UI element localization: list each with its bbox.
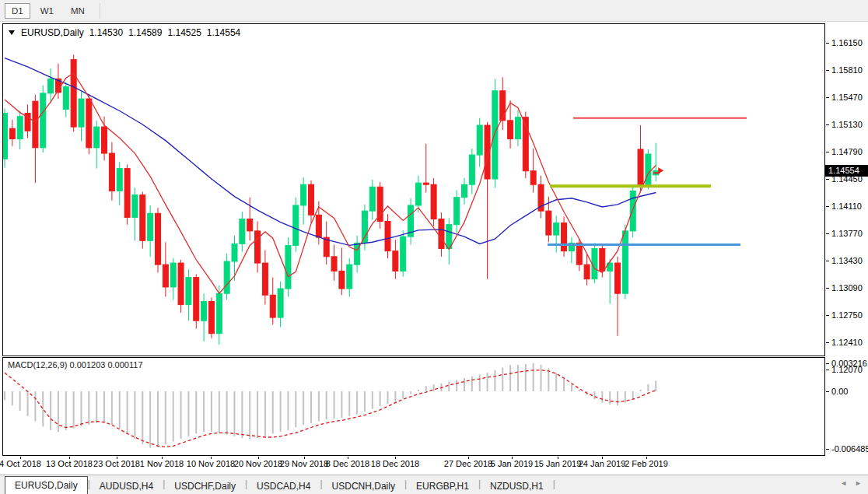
date-tick-mark — [468, 457, 469, 459]
bear-candle — [584, 265, 590, 279]
bull-candle — [469, 155, 474, 184]
bull-candle — [285, 245, 291, 289]
bull-candle — [301, 184, 306, 205]
price-tick-mark — [826, 370, 829, 370]
price-tick-mark — [826, 261, 829, 261]
chevron-down-icon[interactable] — [9, 30, 15, 35]
tab-separator: | — [553, 478, 555, 491]
tab-scroll-arrows: ◄ ► — [840, 479, 862, 487]
main-chart-panel[interactable] — [2, 23, 825, 356]
bull-candle — [224, 261, 229, 293]
macd-signal-line — [5, 370, 656, 447]
bear-candle — [194, 278, 199, 321]
tab-eurgbp[interactable]: EURGBP,H1 — [407, 478, 478, 494]
bear-candle — [393, 251, 398, 272]
price-tick-mark — [826, 179, 829, 180]
macd-panel[interactable]: MACD(12,26,9) 0.001203 0.000117 — [2, 357, 825, 456]
macd-label: MACD(12,26,9) 0.001203 0.000117 — [8, 360, 143, 370]
toolbar-separator — [100, 3, 100, 19]
bull-candle — [492, 91, 498, 179]
date-tick-label: 23 Oct 2018 — [93, 459, 140, 468]
chart-high-value: 1.14589 — [128, 27, 162, 38]
timeframe-button-mn[interactable]: MN — [64, 3, 92, 19]
macd-tick-label: 0.00 — [831, 387, 848, 396]
date-tick-label: 2 Feb 2019 — [625, 459, 668, 468]
bear-candle — [178, 263, 184, 305]
tab-nzdusd[interactable]: NZDUSD,H1 — [481, 478, 553, 494]
date-tick-mark — [69, 457, 70, 459]
tab-eurusd[interactable]: EURUSD,Daily — [5, 476, 88, 494]
macd-tick-label: -0.006485 — [831, 444, 868, 454]
bull-candle — [554, 223, 559, 235]
date-tick-mark — [395, 457, 396, 459]
timeframe-button-d1[interactable]: D1 — [5, 3, 30, 19]
bear-candle — [247, 219, 253, 230]
bear-candle — [562, 223, 567, 251]
chart-title: EURUSD,Daily 1.14530 1.14589 1.14525 1.1… — [9, 27, 240, 38]
date-tick-mark — [304, 457, 305, 459]
tab-audusd[interactable]: AUDUSD,H4 — [90, 478, 163, 494]
bull-candle — [347, 265, 352, 289]
bear-candle — [431, 184, 436, 219]
tab-usdcnh[interactable]: USDCNH,Daily — [323, 478, 404, 494]
bull-candle — [477, 125, 482, 155]
chart-symbol-label: EURUSD,Daily — [21, 27, 84, 38]
timeframe-button-w1[interactable]: W1 — [33, 3, 61, 19]
bull-candle — [454, 198, 460, 225]
bull-candle — [362, 211, 367, 243]
bull-candle — [216, 293, 222, 333]
date-tick-mark — [162, 457, 163, 459]
date-tick-label: 24 Jan 2019 — [579, 459, 626, 468]
date-tick-mark — [258, 457, 259, 459]
date-tick-mark — [20, 457, 21, 459]
bull-candle — [17, 117, 23, 139]
bull-candle — [170, 263, 176, 287]
bull-candle — [369, 187, 375, 211]
symbol-tabbar: EURUSD,Daily|AUDUSD,H4|USDCHF,Daily|USDC… — [0, 475, 868, 494]
macd-indicator-name: MACD(12,26,9) — [8, 360, 67, 370]
chart-window: EURUSD,Daily 1.14530 1.14589 1.14525 1.1… — [0, 22, 868, 475]
scroll-right-icon[interactable]: ► — [855, 479, 862, 487]
bull-candle — [201, 301, 207, 321]
bull-candle — [79, 99, 84, 127]
bull-candle — [415, 183, 421, 205]
bull-candle — [63, 87, 68, 110]
bear-candle — [124, 169, 130, 218]
date-tick-mark — [646, 457, 647, 459]
price-tick-mark — [826, 124, 829, 125]
tab-usdcad[interactable]: USDCAD,H4 — [247, 478, 320, 494]
bear-candle — [316, 215, 321, 237]
bear-candle — [163, 265, 168, 287]
date-tick-label: 1 Nov 2018 — [140, 459, 184, 468]
scroll-left-icon[interactable]: ◄ — [840, 479, 847, 487]
fast-ma-line[interactable] — [5, 73, 656, 293]
candlestick-chart-canvas[interactable] — [3, 24, 824, 356]
bull-candle — [462, 184, 467, 197]
date-tick-label: 4 Oct 2018 — [0, 459, 41, 468]
price-tick-mark — [826, 342, 829, 343]
bull-candle — [94, 127, 100, 148]
price-tick-label: 1.14790 — [831, 147, 863, 156]
macd-chart-canvas[interactable] — [3, 358, 824, 455]
macd-signal-value: 0.000117 — [107, 360, 142, 370]
tab-usdchf[interactable]: USDCHF,Daily — [165, 478, 245, 494]
bear-candle — [208, 301, 214, 333]
price-tick-mark — [826, 206, 829, 207]
timeframe-toolbar: D1W1MN — [0, 0, 868, 22]
bear-candle — [339, 271, 345, 289]
bear-candle — [530, 171, 536, 184]
date-tick-mark — [512, 457, 513, 459]
date-tick-label: 27 Dec 2018 — [444, 459, 492, 468]
bull-candle — [186, 278, 191, 305]
bear-candle — [9, 128, 15, 138]
date-tick-mark — [602, 457, 603, 459]
bear-candle — [109, 153, 114, 191]
price-tick-mark — [826, 152, 829, 152]
bear-candle — [102, 127, 107, 153]
macd-main-value: 0.001203 — [69, 360, 105, 370]
date-tick-label: 5 Jan 2019 — [491, 459, 533, 468]
bear-candle — [546, 211, 551, 235]
macd-tick-mark — [826, 391, 829, 392]
bull-candle — [278, 289, 283, 317]
bull-candle — [401, 236, 406, 271]
